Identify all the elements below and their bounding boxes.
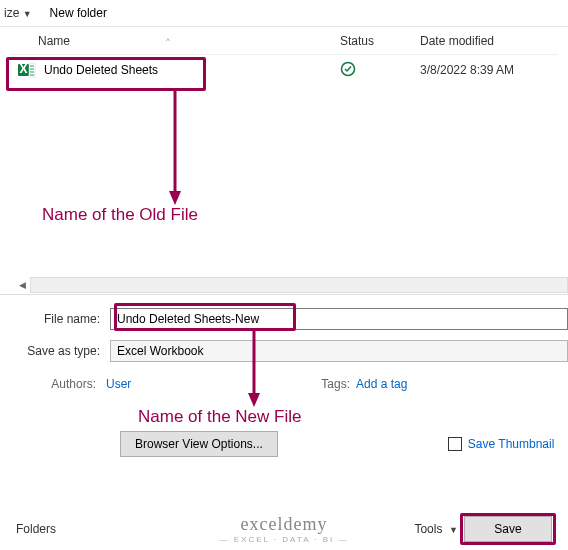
- annotation-label-old: Name of the Old File: [42, 205, 198, 225]
- authors-label: Authors:: [0, 377, 106, 391]
- checkbox-icon[interactable]: [448, 437, 462, 451]
- tags-value[interactable]: Add a tag: [356, 377, 407, 391]
- column-name[interactable]: Name^: [10, 34, 340, 48]
- file-name-label: File name:: [0, 312, 110, 326]
- new-folder-button[interactable]: New folder: [50, 6, 107, 20]
- scroll-track[interactable]: [30, 277, 568, 293]
- watermark: exceldemy — EXCEL · DATA · BI —: [220, 514, 349, 544]
- save-type-select[interactable]: Excel Workbook: [110, 340, 568, 362]
- column-date[interactable]: Date modified: [420, 34, 558, 48]
- chevron-down-icon: ▼: [23, 9, 32, 19]
- browser-view-options-button[interactable]: Browser View Options...: [120, 431, 278, 457]
- folders-toggle[interactable]: Folders: [16, 522, 56, 536]
- file-name-input[interactable]: [110, 308, 568, 330]
- chevron-down-icon: ▼: [449, 525, 458, 535]
- svg-text:X: X: [19, 62, 27, 76]
- status-check-icon: [340, 61, 356, 77]
- scroll-left-icon[interactable]: ◀: [14, 277, 30, 293]
- excel-file-icon: X: [18, 61, 36, 79]
- tools-menu[interactable]: Tools ▼: [414, 522, 458, 536]
- file-list-pane: Name^ Status Date modified X Undo Delete…: [0, 27, 568, 295]
- save-form: File name: Save as type: Excel Workbook …: [0, 295, 568, 457]
- file-date: 3/8/2022 8:39 AM: [420, 63, 558, 77]
- tags-label: Tags:: [321, 377, 350, 391]
- annotation-arrow-2: [244, 331, 264, 407]
- column-status[interactable]: Status: [340, 34, 420, 48]
- organize-menu[interactable]: ize ▼: [4, 6, 32, 20]
- svg-marker-9: [169, 191, 181, 205]
- svg-marker-11: [248, 393, 260, 407]
- annotation-arrow-1: [165, 91, 185, 205]
- annotation-label-new: Name of the New File: [138, 407, 301, 427]
- authors-value[interactable]: User: [106, 377, 131, 391]
- column-headers: Name^ Status Date modified: [10, 27, 558, 55]
- table-row[interactable]: X Undo Deleted Sheets 3/8/2022 8:39 AM: [10, 55, 558, 85]
- file-name: Undo Deleted Sheets: [44, 63, 158, 77]
- save-type-label: Save as type:: [0, 344, 110, 358]
- horizontal-scrollbar[interactable]: ◀: [14, 276, 568, 294]
- toolbar: ize ▼ New folder: [0, 0, 568, 27]
- sort-caret-icon: ^: [166, 36, 170, 45]
- footer-bar: Folders exceldemy — EXCEL · DATA · BI — …: [0, 516, 568, 542]
- save-button[interactable]: Save: [464, 516, 552, 542]
- save-thumbnail-option[interactable]: Save Thumbnail: [448, 437, 555, 451]
